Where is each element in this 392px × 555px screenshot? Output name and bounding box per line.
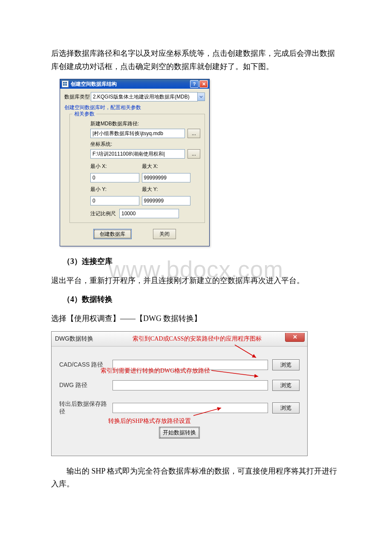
miny-label: 最小 Y: (90, 186, 135, 193)
db-type-label: 数据库类型 (64, 93, 91, 101)
maxx-input[interactable]: 99999999 (142, 173, 191, 182)
cad-browse-button[interactable]: 浏览 (272, 359, 300, 370)
help-icon[interactable]: ? (190, 80, 199, 88)
mdb-path-input[interactable]: |村小组界数据库转换\jtsyq.mdb (90, 129, 185, 138)
scale-input[interactable]: 10000 (119, 209, 179, 218)
heading-4: （4）数据转换 (51, 293, 341, 306)
create-db-dialog: 创建空间数据库结构 ? ✕ 数据库类型 2.KQGIS版集体土地建设用地数据库(… (60, 79, 210, 246)
paragraph-2: 退出平台，重新打开程序，并且连接刚才新建立的空数据库再次进入平台。 (51, 274, 341, 287)
mdb-path-label: 新建MDB数据库路径: (90, 120, 200, 127)
params-fieldset: 相关参数 新建MDB数据库路径: |村小组界数据库转换\jtsyq.mdb ..… (69, 114, 205, 223)
chevron-down-icon[interactable] (197, 92, 205, 101)
minx-input[interactable]: 0 (90, 173, 139, 182)
dialog2-title: DWG数据转换 (55, 335, 93, 343)
close-icon[interactable]: ✕ (199, 80, 208, 88)
db-type-select[interactable]: 2.KQGIS版集体土地建设用地数据库(MDB) (91, 92, 198, 101)
maxy-label: 最大 Y: (142, 186, 187, 193)
dialog2-titlebar[interactable]: DWG数据转换 索引到CAD或CASS的安装路径中的应用程序图标 ✕ (52, 332, 307, 347)
paragraph-1: 后选择数据库路径和名字以及对应坐标系统等，点击创建数据库，完成后会弹出数据库创建… (51, 47, 341, 73)
dwg-browse-button[interactable]: 浏览 (272, 380, 300, 391)
create-db-button[interactable]: 创建数据库 (93, 229, 132, 239)
fieldset-legend: 相关参数 (72, 110, 96, 118)
coord-label: 坐标系统: (90, 141, 200, 148)
output-path-input[interactable] (112, 403, 268, 413)
paragraph-4: 输出的 SHP 格式即为完全符合数据库标准的数据，可直接使用程序将其打开进行入库… (51, 465, 341, 491)
minx-label: 最小 X: (90, 163, 135, 170)
mdb-browse-button[interactable]: ... (187, 129, 200, 138)
start-convert-button[interactable]: 开始数据转换 (159, 427, 200, 439)
heading-3: （3）连接空库 (51, 255, 341, 268)
maxy-input[interactable]: 9999999 (142, 196, 191, 205)
paragraph-3: 选择【使用权调查】——【DWG 数据转换】 (51, 312, 341, 325)
dialog-title: 创建空间数据库结构 (71, 81, 189, 88)
annotation-3: 转换后的SHP格式存放路径设置 (108, 417, 300, 425)
db-type-value: 2.KQGIS版集体土地建设用地数据库(MDB) (93, 93, 190, 101)
annotation-1: 索引到CAD或CASS的安装路径中的应用程序图标 (133, 335, 262, 343)
scale-label: 注记比例尺 (90, 210, 116, 217)
coord-browse-button[interactable]: ... (187, 149, 200, 159)
output-browse-button[interactable]: 浏览 (272, 402, 300, 413)
annotation-2: 索引到需要进行转换的DWG格式存放路径 (101, 367, 210, 375)
maxx-label: 最大 X: (142, 163, 187, 170)
dwg-path-input[interactable] (112, 380, 268, 390)
coord-input[interactable]: F:\培训20111008\湖南使用权和| (90, 149, 185, 159)
close-icon[interactable]: ✕ (285, 333, 305, 342)
dwg-path-label: DWG 路径 (59, 382, 112, 389)
output-path-label: 转出后数据保存路径 (59, 400, 112, 416)
app-icon (62, 81, 69, 87)
miny-input[interactable]: 0 (90, 196, 139, 205)
dialog-titlebar[interactable]: 创建空间数据库结构 ? ✕ (60, 79, 209, 89)
dwg-convert-dialog: DWG数据转换 索引到CAD或CASS的安装路径中的应用程序图标 ✕ CAD/C… (51, 331, 308, 456)
close-button[interactable]: 关闭 (153, 229, 176, 239)
